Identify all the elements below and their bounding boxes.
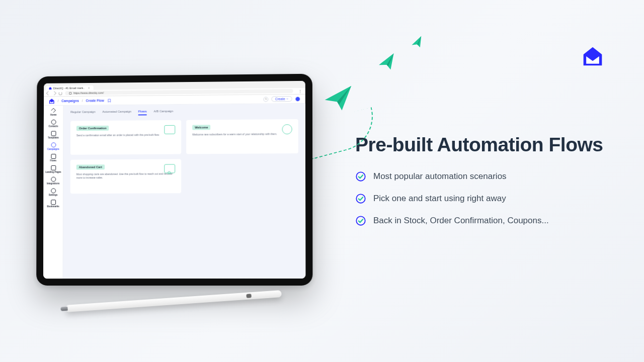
subtab-flows[interactable]: Flows [138, 110, 147, 115]
sidebar-item-campaigns[interactable]: Campaigns [44, 141, 63, 151]
bullet-text: Back in Stock, Order Confirmation, Coupo… [373, 216, 549, 226]
card-title: Welcome [192, 125, 210, 130]
sidebar-item-bookmarks[interactable]: Bookmarks [43, 199, 63, 209]
app-body: Home Contacts Templates Campaigns Flows … [43, 104, 305, 279]
breadcrumb-campaigns[interactable]: Campaigns [61, 99, 79, 103]
url-text: https://www.directiq.com/ [73, 92, 104, 95]
sidebar-label: Contacts [49, 125, 58, 128]
check-icon [355, 193, 366, 204]
card-desc: Most shopping carts are abandoned. Use t… [76, 172, 176, 179]
create-button-label: Create [275, 97, 285, 101]
card-desc: Welcome new subscribers for a warm start… [192, 132, 292, 137]
user-avatar[interactable] [295, 96, 300, 101]
tablet-screen: DirectIQ - #1 Email mark.. × https://www… [43, 81, 305, 279]
landing-pages-icon [51, 165, 56, 170]
svg-point-2 [356, 216, 365, 225]
brand-logo-icon [582, 45, 604, 67]
main-canvas: Regular Campaign Automated Campaign Flow… [63, 104, 305, 279]
integrations-icon [51, 177, 56, 182]
bullet-text: Pick one and start using right away [373, 194, 506, 204]
paper-plane-icon [409, 35, 425, 51]
check-icon [355, 171, 366, 182]
svg-point-3 [265, 98, 267, 100]
card-title: Abandoned Cart [76, 164, 105, 169]
svg-point-1 [356, 194, 365, 203]
breadcrumb-sep: / [58, 99, 59, 103]
campaign-subtabs: Regular Campaign Automated Campaign Flow… [70, 109, 298, 116]
nav-forward-icon[interactable] [52, 91, 56, 95]
card-title: Order Confirmation [76, 126, 109, 131]
abandoned-cart-icon [164, 164, 175, 173]
welcome-icon [282, 124, 292, 134]
nav-back-icon[interactable] [46, 91, 50, 95]
stylus-decoration [65, 290, 282, 312]
search-button[interactable] [264, 97, 269, 102]
marketing-headline: Pre-built Automation Flows [355, 134, 603, 156]
sidebar-item-templates[interactable]: Templates [44, 130, 63, 140]
bookmark-icon[interactable] [107, 99, 111, 103]
bookmarks-icon [51, 200, 56, 205]
subtab-automated[interactable]: Automated Campaign [102, 110, 131, 116]
tab-close-icon[interactable]: × [88, 86, 90, 89]
sidebar-label: Campaigns [47, 148, 59, 150]
app-logo-icon[interactable] [49, 98, 55, 104]
tab-title: DirectIQ - #1 Email mark.. [53, 86, 85, 90]
sidebar: Home Contacts Templates Campaigns Flows … [43, 106, 63, 279]
subtab-regular[interactable]: Regular Campaign [70, 110, 95, 116]
browser-menu-icon[interactable]: ⋮ [298, 88, 302, 93]
bullet-item: Pick one and start using right away [355, 193, 549, 204]
flows-icon [51, 154, 56, 159]
breadcrumb-sep: / [82, 99, 83, 103]
subtab-ab[interactable]: A/B Campaign [154, 110, 174, 115]
bullet-item: Back in Stock, Order Confirmation, Coupo… [355, 215, 549, 226]
order-confirmation-icon [164, 125, 175, 134]
sidebar-item-home[interactable]: Home [44, 108, 63, 117]
nav-reload-icon[interactable] [59, 92, 62, 95]
contacts-icon [51, 120, 56, 125]
flow-card-abandoned-cart[interactable]: Abandoned Cart Most shopping carts are a… [70, 159, 181, 194]
svg-point-0 [356, 172, 365, 180]
flow-card-welcome[interactable]: Welcome Welcome new subscribers for a wa… [186, 119, 298, 154]
campaigns-icon [51, 142, 56, 147]
check-icon [355, 215, 366, 226]
paper-plane-icon [376, 51, 398, 73]
sidebar-label: Integrations [47, 182, 59, 185]
chevron-down-icon [286, 98, 289, 100]
marketing-bullets: Most popular automation scenarios Pick o… [355, 171, 549, 237]
lock-icon [69, 92, 71, 95]
tab-favicon-icon [49, 87, 52, 90]
home-icon [51, 108, 56, 113]
sidebar-item-integrations[interactable]: Integrations [44, 176, 63, 186]
sidebar-label: Flows [50, 159, 57, 162]
sidebar-label: Landing Pages [45, 171, 61, 173]
sidebar-item-flows[interactable]: Flows [44, 153, 63, 163]
sidebar-label: Templates [48, 136, 59, 139]
url-field[interactable]: https://www.directiq.com/ [65, 89, 293, 95]
bullet-item: Most popular automation scenarios [355, 171, 549, 182]
flow-card-order-confirmation[interactable]: Order Confirmation Send a confirmation e… [70, 120, 181, 155]
templates-icon [51, 131, 56, 136]
sidebar-item-landing-pages[interactable]: Landing Pages [44, 164, 63, 174]
flow-cards-grid: Order Confirmation Send a confirmation e… [70, 119, 298, 194]
sidebar-label: Settings [49, 194, 58, 196]
search-icon [265, 98, 267, 101]
settings-icon [51, 188, 56, 193]
create-button[interactable]: Create [272, 96, 292, 102]
sidebar-label: Home [50, 114, 56, 116]
card-desc: Send a confirmation email after an order… [76, 133, 175, 138]
tablet-device-mock: DirectIQ - #1 Email mark.. × https://www… [36, 74, 312, 286]
breadcrumb-create-flow[interactable]: Create Flow [86, 99, 104, 102]
paper-plane-icon [323, 83, 353, 113]
sidebar-label: Bookmarks [47, 205, 59, 208]
bullet-text: Most popular automation scenarios [373, 171, 507, 182]
sidebar-item-contacts[interactable]: Contacts [44, 119, 63, 129]
sidebar-item-settings[interactable]: Settings [43, 187, 63, 197]
